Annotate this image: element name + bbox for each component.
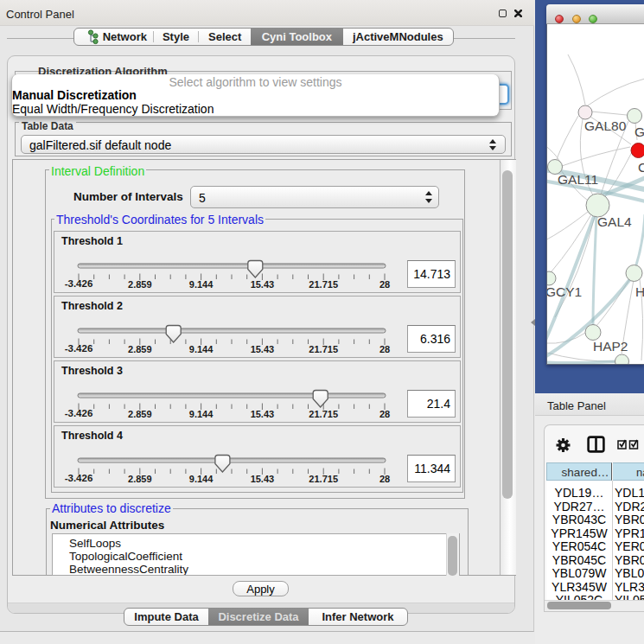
svg-text:H: H <box>635 284 644 299</box>
svg-text:15.43: 15.43 <box>251 344 275 354</box>
svg-text:-3.426: -3.426 <box>65 473 93 483</box>
svg-text:21.715: 21.715 <box>309 344 338 354</box>
svg-text:9.144: 9.144 <box>189 344 214 354</box>
svg-text:C: C <box>638 160 644 175</box>
svg-text:21.715: 21.715 <box>309 409 338 419</box>
svg-text:GA: GA <box>634 124 644 139</box>
svg-text:9.144: 9.144 <box>189 474 214 484</box>
svg-text:15.43: 15.43 <box>251 279 275 290</box>
svg-text:15.43: 15.43 <box>251 474 275 484</box>
svg-text:28: 28 <box>379 409 390 419</box>
svg-text:28: 28 <box>379 279 390 290</box>
svg-text:28: 28 <box>379 344 390 354</box>
svg-text:GAL4: GAL4 <box>597 214 632 229</box>
svg-text:GAL11: GAL11 <box>558 172 598 187</box>
svg-text:15.43: 15.43 <box>251 409 275 419</box>
svg-text:GCY1: GCY1 <box>547 284 582 299</box>
svg-text:2.859: 2.859 <box>128 279 152 290</box>
svg-text:2.859: 2.859 <box>128 409 152 419</box>
svg-text:-3.426: -3.426 <box>65 408 93 418</box>
svg-text:21.715: 21.715 <box>309 279 338 290</box>
svg-text:GAL80: GAL80 <box>584 118 627 133</box>
svg-text:9.144: 9.144 <box>189 279 214 290</box>
svg-text:2.859: 2.859 <box>128 344 152 354</box>
svg-text:2.859: 2.859 <box>128 474 152 484</box>
svg-text:28: 28 <box>379 474 390 484</box>
svg-text:-3.426: -3.426 <box>65 278 93 289</box>
svg-text:21.715: 21.715 <box>309 474 338 484</box>
svg-text:9.144: 9.144 <box>189 409 214 419</box>
svg-text:HAP2: HAP2 <box>593 339 628 354</box>
svg-text:-3.426: -3.426 <box>65 343 93 354</box>
